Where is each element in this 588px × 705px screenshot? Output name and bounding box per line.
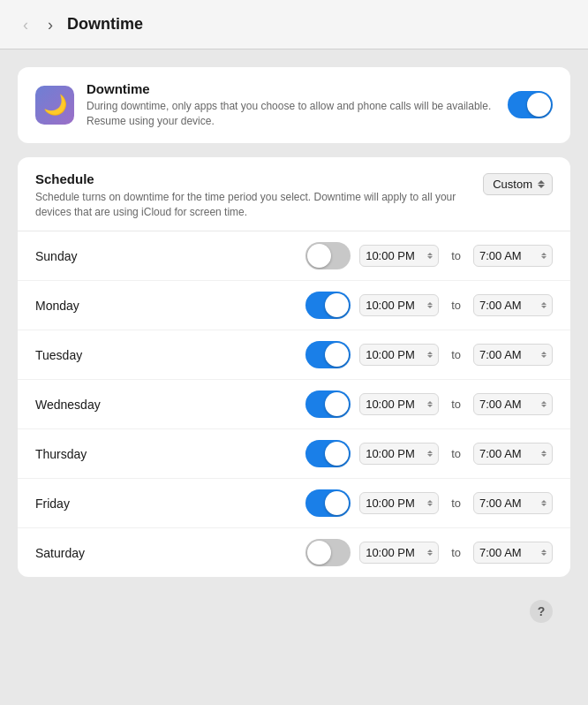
forward-button[interactable]: › [42, 15, 58, 34]
time-arrows-icon [427, 550, 433, 556]
toggle-track [305, 292, 351, 319]
from-time-value: 10:00 PM [366, 546, 415, 559]
from-time-saturday[interactable]: 10:00 PM [359, 542, 439, 564]
to-time-value: 7:00 AM [479, 398, 522, 411]
time-arrows-icon [427, 500, 433, 506]
from-time-monday[interactable]: 10:00 PM [359, 294, 439, 316]
day-toggle-tuesday[interactable] [305, 341, 351, 368]
from-time-value: 10:00 PM [366, 447, 415, 460]
schedule-title: Schedule [35, 171, 483, 186]
to-time-value: 7:00 AM [479, 299, 522, 312]
main-content: 🌙 Downtime During downtime, only apps th… [0, 49, 588, 705]
downtime-main-toggle[interactable] [508, 91, 553, 118]
help-row: ? [18, 591, 570, 637]
toggle-track [305, 390, 351, 418]
to-time-wednesday[interactable]: 7:00 AM [473, 393, 553, 415]
day-toggle-sunday[interactable] [305, 242, 351, 269]
day-toggle-saturday[interactable] [305, 539, 351, 566]
day-row: Thursday 10:00 PM to 7:00 AM [18, 429, 570, 479]
day-row: Sunday 10:00 PM to 7:00 AM [18, 231, 570, 281]
to-connector: to [451, 447, 461, 460]
toggle-track [305, 242, 351, 269]
from-time-thursday[interactable]: 10:00 PM [359, 443, 439, 465]
time-arrows-icon [541, 550, 547, 556]
toggle-thumb [325, 491, 349, 515]
downtime-info-card: 🌙 Downtime During downtime, only apps th… [18, 67, 570, 143]
page-title: Downtime [67, 15, 143, 34]
time-arrows-icon [541, 451, 547, 457]
schedule-mode-label: Custom [493, 178, 532, 191]
moon-icon: 🌙 [43, 94, 67, 117]
schedule-mode-dropdown[interactable]: Custom [483, 173, 553, 195]
days-container: Sunday 10:00 PM to 7:00 AM [18, 231, 570, 577]
day-row: Tuesday 10:00 PM to 7:00 AM [18, 330, 570, 380]
toggle-track [305, 539, 351, 566]
info-row: 🌙 Downtime During downtime, only apps th… [18, 67, 570, 143]
time-arrows-icon [427, 401, 433, 407]
toggle-track [305, 341, 351, 368]
from-time-value: 10:00 PM [366, 398, 415, 411]
to-connector: to [451, 299, 461, 312]
day-label: Sunday [35, 249, 124, 263]
toggle-thumb [325, 293, 349, 317]
day-toggle-thursday[interactable] [305, 440, 351, 467]
info-text-block: Downtime During downtime, only apps that… [87, 81, 495, 129]
downtime-title: Downtime [87, 81, 495, 96]
to-time-friday[interactable]: 7:00 AM [473, 492, 553, 514]
time-arrows-icon [541, 352, 547, 358]
to-time-value: 7:00 AM [479, 249, 522, 262]
to-connector: to [451, 249, 461, 262]
to-time-thursday[interactable]: 7:00 AM [473, 443, 553, 465]
from-time-value: 10:00 PM [366, 348, 415, 361]
to-connector: to [451, 497, 461, 510]
from-time-tuesday[interactable]: 10:00 PM [359, 344, 439, 366]
schedule-title-block: Schedule Schedule turns on downtime for … [35, 171, 483, 221]
to-connector: to [451, 546, 461, 559]
back-button[interactable]: ‹ [18, 15, 34, 34]
to-time-value: 7:00 AM [479, 546, 522, 559]
header: ‹ › Downtime [0, 0, 588, 49]
day-row: Wednesday 10:00 PM to 7:00 AM [18, 380, 570, 429]
from-time-value: 10:00 PM [366, 249, 415, 262]
day-label: Monday [35, 299, 124, 313]
chevron-updown-icon [538, 180, 545, 188]
day-toggle-wednesday[interactable] [305, 390, 351, 418]
toggle-track [508, 91, 553, 118]
time-arrows-icon [541, 401, 547, 407]
time-arrows-icon [541, 302, 547, 308]
downtime-description: During downtime, only apps that you choo… [87, 99, 495, 129]
to-connector: to [451, 398, 461, 411]
toggle-thumb [307, 541, 331, 565]
toggle-thumb [325, 392, 349, 416]
day-toggle-friday[interactable] [305, 489, 351, 517]
toggle-thumb [527, 93, 551, 117]
from-time-sunday[interactable]: 10:00 PM [359, 245, 439, 267]
day-toggle-monday[interactable] [305, 292, 351, 319]
day-label: Friday [35, 497, 124, 511]
downtime-icon: 🌙 [35, 86, 74, 125]
toggle-thumb [325, 442, 349, 466]
toggle-thumb [325, 343, 349, 367]
to-time-saturday[interactable]: 7:00 AM [473, 542, 553, 564]
time-arrows-icon [541, 500, 547, 506]
day-row: Saturday 10:00 PM to 7:00 AM [18, 528, 570, 577]
day-row: Friday 10:00 PM to 7:00 AM [18, 479, 570, 528]
day-label: Thursday [35, 447, 124, 461]
help-button[interactable]: ? [530, 600, 553, 623]
from-time-value: 10:00 PM [366, 497, 415, 510]
schedule-header: Schedule Schedule turns on downtime for … [18, 157, 570, 232]
from-time-wednesday[interactable]: 10:00 PM [359, 393, 439, 415]
to-time-tuesday[interactable]: 7:00 AM [473, 344, 553, 366]
to-time-monday[interactable]: 7:00 AM [473, 294, 553, 316]
from-time-friday[interactable]: 10:00 PM [359, 492, 439, 514]
day-label: Wednesday [35, 398, 124, 412]
to-time-sunday[interactable]: 7:00 AM [473, 245, 553, 267]
toggle-track [305, 489, 351, 517]
day-row: Monday 10:00 PM to 7:00 AM [18, 281, 570, 330]
to-time-value: 7:00 AM [479, 447, 522, 460]
to-time-value: 7:00 AM [479, 497, 522, 510]
to-connector: to [451, 348, 461, 361]
time-arrows-icon [427, 253, 433, 259]
from-time-value: 10:00 PM [366, 299, 415, 312]
toggle-thumb [307, 244, 331, 268]
